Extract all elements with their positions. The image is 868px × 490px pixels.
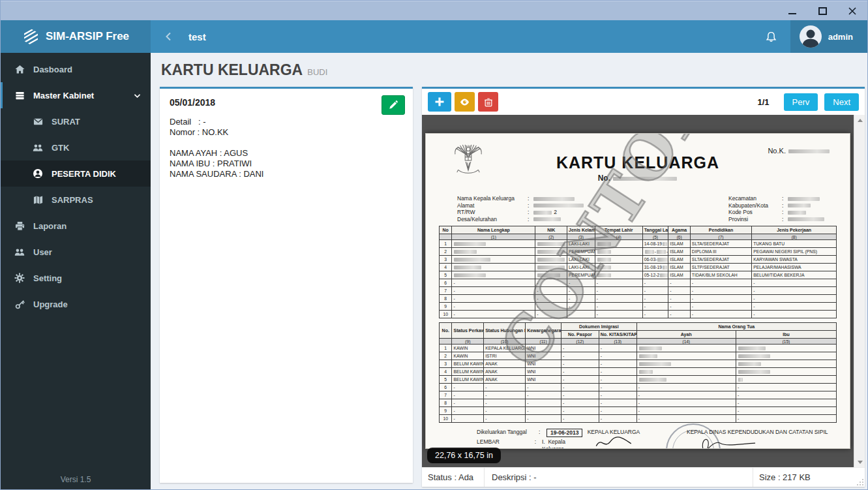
maximize-icon: [818, 7, 827, 15]
view-button[interactable]: [455, 92, 475, 112]
delete-button[interactable]: [478, 92, 498, 112]
user-menu[interactable]: admin: [790, 20, 867, 53]
record-date: 05/01/2018: [170, 97, 403, 108]
sidebar-item-label: Dasboard: [33, 65, 72, 74]
issued-date: 19-06-2013: [546, 429, 582, 437]
person-silhouette-icon: [800, 25, 822, 48]
bell-icon: [765, 31, 777, 43]
sidebar-item-master-kabinet[interactable]: Master Kabinet: [1, 82, 151, 108]
plus-icon: [434, 97, 445, 107]
sidebar-item-sarpras[interactable]: SARPRAS: [1, 187, 151, 213]
sidebar-item-label: SARPRAS: [52, 195, 93, 205]
sidebar-item-label: PESERTA DIDIK: [52, 169, 116, 179]
doc-no-line: No.: [439, 174, 837, 183]
eye-icon: [459, 97, 470, 107]
os-titlebar: [1, 1, 867, 20]
doc-footer: Dikeluarkan Tanggal: 19-06-2013 LEMBAR: …: [439, 429, 837, 449]
edit-button[interactable]: [382, 95, 405, 115]
size-badge: 22,76 x 16,75 in: [427, 448, 501, 463]
brand-name: SIM-ARSIP Free: [46, 30, 129, 43]
app-version: Versi 1.5: [1, 475, 151, 484]
chevron-left-icon: [164, 31, 174, 42]
home-icon: [12, 65, 27, 74]
doc-number-top: No.K.: [768, 147, 830, 155]
sidebar-item-setting[interactable]: Setting: [1, 265, 151, 291]
users-icon: [12, 247, 27, 257]
sidebar-item-upgrade[interactable]: Upgrade: [1, 291, 151, 317]
back-button[interactable]: [164, 31, 174, 42]
pencil-icon: [389, 100, 398, 110]
viewer-scrollbar[interactable]: [854, 115, 865, 467]
sidebar-item-user[interactable]: User: [1, 239, 151, 265]
sign-right-title: KEPALA DINAS KEPENDUDUKAN DAN CATATAN SI…: [687, 429, 837, 435]
envelope-icon: [31, 117, 45, 127]
breadcrumb-title: test: [188, 31, 206, 42]
gears-icon: [12, 273, 27, 283]
garuda-emblem: [453, 140, 483, 178]
map-icon: [31, 195, 45, 205]
users-icon: [31, 143, 45, 153]
sidebar-item-label: Laporan: [33, 221, 67, 231]
avatar: [800, 25, 822, 48]
hex-stripes-logo-icon: [22, 28, 40, 46]
printer-icon: [12, 221, 27, 231]
doc-header-fields: Nama Kepala Keluarga:Alamat:RT/RW: 2Desa…: [439, 195, 837, 222]
cabinet-icon: [12, 91, 27, 100]
page-indicator: 1/1: [757, 97, 769, 107]
viewer-statusbar: Status : Ada Deskripsi : - Size : 217 KB: [422, 467, 865, 487]
doc-status-table: No. Status Perkawinan Status Hubungan Da…: [439, 322, 837, 423]
record-detail-text: Detail : -Nomor : NO.KK NAMA AYAH : AGUS…: [170, 117, 403, 179]
app-header: SIM-ARSIP Free test: [1, 20, 867, 53]
scanned-document: No.K. KARTU KELUARGA No. Nama Kepala Kel…: [425, 133, 850, 449]
sidebar-item-label: Upgrade: [33, 299, 68, 309]
maximize-button[interactable]: [807, 1, 837, 20]
brand-logo[interactable]: SIM-ARSIP Free: [1, 20, 151, 53]
scroll-down-icon[interactable]: [854, 457, 865, 467]
close-button[interactable]: [837, 1, 867, 20]
sidebar-item-label: Master Kabinet: [33, 91, 94, 100]
content-area: KARTU KELUARGABUDI 05/01/2018 Detail : -…: [151, 53, 867, 489]
signature-squiggle: [591, 435, 636, 449]
document-viewer-card: 1/1 Perv Next: [422, 87, 865, 487]
page-subtitle: BUDI: [307, 67, 327, 77]
add-button[interactable]: [428, 92, 451, 112]
sidebar-item-laporan[interactable]: Laporan: [1, 213, 151, 239]
sidebar-item-label: Setting: [33, 273, 62, 283]
minimize-button[interactable]: [777, 1, 807, 20]
trash-icon: [484, 97, 493, 107]
doc-members-table: NoNama Lengkap NIKJenis Kelamin Tempat L…: [439, 226, 837, 318]
sidebar-item-gtk[interactable]: GTK: [1, 134, 151, 161]
scroll-up-icon[interactable]: [854, 115, 865, 125]
sidebar-item-dasboard[interactable]: Dasboard: [1, 56, 151, 82]
prev-button[interactable]: Perv: [784, 93, 818, 111]
status-field: Status : Ada: [422, 468, 485, 487]
chevron-down-icon: [133, 91, 142, 100]
top-navbar: test admin: [151, 20, 867, 53]
sidebar-item-label: GTK: [52, 143, 69, 153]
document-viewer[interactable]: No.K. KARTU KELUARGA No. Nama Kepala Kel…: [422, 115, 865, 467]
minimize-icon: [788, 13, 796, 14]
size-field: Size : 217 KB: [753, 468, 865, 487]
resize-grip-icon[interactable]: [857, 479, 863, 485]
key-icon: [12, 299, 27, 309]
notifications-button[interactable]: [752, 20, 790, 53]
sidebar-item-label: User: [33, 247, 52, 257]
next-button[interactable]: Next: [824, 93, 859, 111]
record-detail-card: 05/01/2018 Detail : -Nomor : NO.KK NAMA …: [160, 87, 413, 483]
user-circle-icon: [31, 168, 45, 179]
sidebar-item-peserta-didik[interactable]: PESERTA DIDIK: [1, 161, 151, 187]
user-name: admin: [828, 32, 853, 42]
doc-title: KARTU KELUARGA: [439, 139, 837, 172]
page-title: KARTU KELUARGA: [161, 61, 303, 78]
deskripsi-field: Deskripsi : -: [485, 468, 753, 487]
app-window: SIM-ARSIP Free test: [0, 0, 868, 490]
sidebar-item-surat[interactable]: SURAT: [1, 108, 151, 134]
signature-squiggle: [687, 435, 765, 449]
sign-center-title: KEPALA KELUARGA: [586, 429, 641, 435]
sidebar: Dasboard Master Kabinet SURAT: [1, 53, 151, 489]
close-icon: [848, 7, 857, 16]
viewer-toolbar: 1/1 Perv Next: [422, 89, 865, 115]
sidebar-item-label: SURAT: [52, 117, 80, 127]
